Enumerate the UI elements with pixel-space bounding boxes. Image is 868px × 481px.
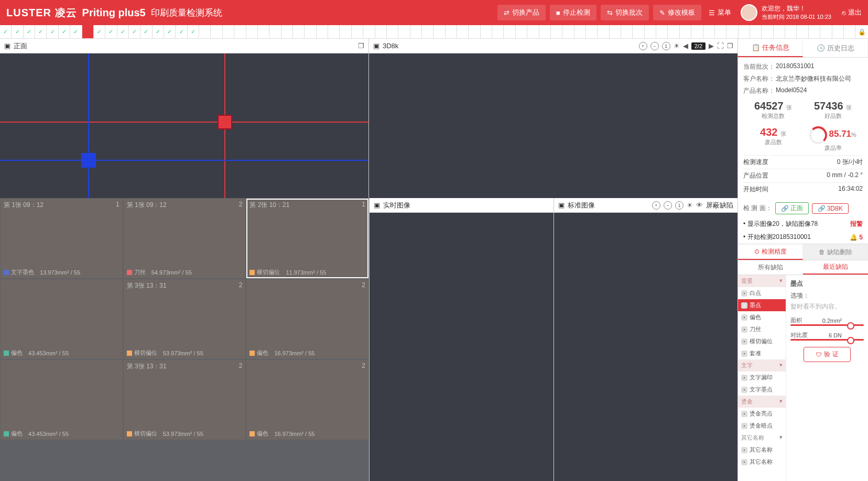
defect-item[interactable]: •烫金亮点 bbox=[738, 408, 786, 420]
status-cell[interactable] bbox=[246, 25, 258, 38]
status-cell[interactable]: ✓ bbox=[70, 25, 82, 38]
status-cell[interactable] bbox=[281, 25, 293, 38]
switch-product-button[interactable]: ⇄切换产品 bbox=[497, 5, 546, 20]
status-cell[interactable] bbox=[633, 25, 644, 38]
status-cell[interactable]: ✓ bbox=[164, 25, 176, 38]
status-cell[interactable] bbox=[211, 25, 222, 38]
status-cell[interactable] bbox=[680, 25, 691, 38]
status-cell[interactable] bbox=[293, 25, 305, 38]
status-cell[interactable] bbox=[481, 25, 492, 38]
zoom-reset-icon[interactable]: 1 bbox=[662, 42, 670, 50]
status-cell[interactable] bbox=[726, 25, 738, 38]
defect-item[interactable]: •文字墨点 bbox=[738, 384, 786, 396]
defect-group[interactable]: 背景▾ bbox=[738, 275, 786, 287]
contrast-slider[interactable] bbox=[790, 339, 864, 341]
status-cell[interactable] bbox=[387, 25, 398, 38]
status-cell[interactable] bbox=[504, 25, 515, 38]
hide-defect-label[interactable]: 屏蔽缺陷 bbox=[706, 201, 733, 210]
tab-all-defects[interactable]: 所有缺陷 bbox=[738, 260, 803, 275]
tab-recent-defects[interactable]: 最近缺陷 bbox=[803, 260, 868, 275]
status-cell[interactable]: ✓ bbox=[59, 25, 70, 38]
status-cell[interactable] bbox=[774, 25, 785, 38]
defect-group[interactable]: 其它名称▾ bbox=[738, 432, 786, 444]
status-cell[interactable]: ✓ bbox=[24, 25, 35, 38]
switch-batch-button[interactable]: ⇆切换批次 bbox=[601, 5, 649, 20]
defect-group[interactable]: 烫金▾ bbox=[738, 396, 786, 408]
status-cell[interactable] bbox=[762, 25, 773, 38]
thumbnail[interactable]: 2 偏色 16.973mm² / 55 bbox=[246, 360, 368, 440]
defect-item[interactable]: •偏色 bbox=[738, 311, 786, 323]
status-cell[interactable] bbox=[457, 25, 469, 38]
status-cell[interactable]: ✓ bbox=[129, 25, 140, 38]
status-cell[interactable] bbox=[469, 25, 480, 38]
defect-item[interactable]: •白点 bbox=[738, 287, 786, 299]
status-cell[interactable]: ✓ bbox=[94, 25, 105, 38]
status-cell[interactable] bbox=[317, 25, 328, 38]
status-cell[interactable]: ✓ bbox=[140, 25, 152, 38]
tab-defect-delete[interactable]: 🗑缺陷删除 bbox=[803, 244, 868, 260]
thumbnail[interactable]: 2 偏色 16.973mm² / 55 bbox=[246, 279, 368, 359]
status-cell[interactable] bbox=[363, 25, 375, 38]
standard-canvas[interactable] bbox=[554, 213, 738, 481]
status-cell[interactable] bbox=[82, 25, 94, 38]
status-cell[interactable] bbox=[258, 25, 269, 38]
status-cell[interactable] bbox=[739, 25, 750, 38]
tab-task-info[interactable]: 📋任务信息 bbox=[738, 39, 803, 57]
status-cell[interactable] bbox=[562, 25, 574, 38]
status-cell[interactable] bbox=[422, 25, 433, 38]
brightness-icon[interactable]: ☀ bbox=[687, 201, 693, 209]
zoom-reset-icon[interactable]: 1 bbox=[675, 201, 683, 210]
status-cell[interactable] bbox=[328, 25, 340, 38]
status-cell[interactable] bbox=[340, 25, 351, 38]
status-cell[interactable] bbox=[645, 25, 656, 38]
status-cell[interactable] bbox=[269, 25, 281, 38]
status-cell[interactable] bbox=[598, 25, 609, 38]
next-icon[interactable]: ▶ bbox=[709, 42, 714, 50]
status-cell[interactable] bbox=[820, 25, 832, 38]
zoom-out-icon[interactable]: − bbox=[650, 42, 659, 50]
expand-icon[interactable]: ⛶ bbox=[717, 42, 724, 50]
thumbnail[interactable]: 偏色 43.453mm² / 55 bbox=[1, 360, 123, 440]
thumbnail[interactable]: 第 1张 09：121 文字墨色 13.973mm² / 55 bbox=[1, 199, 123, 278]
status-cell[interactable] bbox=[844, 25, 855, 38]
chip-3d8k[interactable]: 🔗3D8K bbox=[812, 203, 849, 214]
tab-precision[interactable]: ⊙检测精度 bbox=[738, 244, 803, 260]
stop-detect-button[interactable]: ■停止检测 bbox=[550, 5, 596, 20]
defect-item[interactable]: •文字漏印 bbox=[738, 371, 786, 384]
zoom-in-icon[interactable]: + bbox=[639, 42, 647, 50]
lock-icon[interactable]: 🔒 bbox=[855, 25, 868, 38]
status-cell[interactable] bbox=[656, 25, 668, 38]
zoom-out-icon[interactable]: − bbox=[664, 201, 672, 210]
maximize-icon[interactable]: ❐ bbox=[358, 42, 364, 50]
avatar[interactable] bbox=[741, 4, 757, 21]
defect-item[interactable]: •模切偏位 bbox=[738, 335, 786, 347]
status-cell[interactable] bbox=[621, 25, 633, 38]
status-cell[interactable] bbox=[668, 25, 679, 38]
defect-item[interactable]: •套准 bbox=[738, 347, 786, 359]
zoom-in-icon[interactable]: + bbox=[652, 201, 660, 210]
status-cell[interactable] bbox=[574, 25, 586, 38]
defect-item[interactable]: •其它名称 bbox=[738, 456, 786, 468]
status-cell[interactable] bbox=[809, 25, 820, 38]
status-cell[interactable] bbox=[375, 25, 387, 38]
edit-template-button[interactable]: ✎修改模板 bbox=[653, 5, 701, 20]
status-cell[interactable]: ✓ bbox=[0, 25, 12, 38]
status-cell[interactable] bbox=[750, 25, 762, 38]
status-cell[interactable]: ✓ bbox=[35, 25, 47, 38]
defect-item[interactable]: •墨点 bbox=[738, 299, 786, 311]
thumbnail[interactable]: 偏色 43.453mm² / 55 bbox=[1, 279, 123, 359]
thumbnail[interactable]: 第 1张 09：122 刀丝 54.973mm² / 55 bbox=[124, 199, 246, 278]
status-cell[interactable] bbox=[234, 25, 246, 38]
status-cell[interactable] bbox=[199, 25, 211, 38]
status-cell[interactable] bbox=[691, 25, 703, 38]
status-cell[interactable] bbox=[352, 25, 363, 38]
status-cell[interactable]: ✓ bbox=[47, 25, 58, 38]
verify-button[interactable]: 🛡验 证 bbox=[804, 347, 851, 362]
status-cell[interactable] bbox=[703, 25, 715, 38]
status-cell[interactable]: ✓ bbox=[176, 25, 187, 38]
status-cell[interactable]: ✓ bbox=[188, 25, 199, 38]
status-cell[interactable] bbox=[586, 25, 598, 38]
status-cell[interactable] bbox=[305, 25, 316, 38]
status-cell[interactable] bbox=[797, 25, 808, 38]
camera-canvas[interactable] bbox=[369, 53, 737, 198]
